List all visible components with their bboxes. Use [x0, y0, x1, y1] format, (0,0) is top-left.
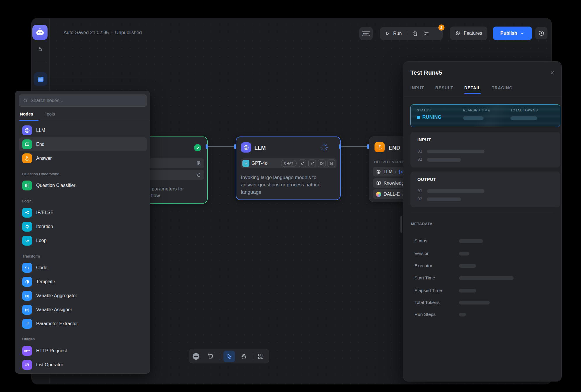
test-run-panel: Test Run#5 INPUT RESULT DETAIL TRACING S…	[403, 61, 562, 382]
start-node-description-line1: parameters for	[152, 186, 184, 192]
panel-resize-handle[interactable]	[400, 216, 402, 233]
answer-icon	[22, 153, 32, 163]
meta-skeleton	[459, 252, 469, 256]
publish-state-text: Unpublished	[115, 30, 142, 35]
node-item-if-else[interactable]: IF/ELSE	[19, 206, 147, 220]
end-node-input-port[interactable]	[367, 144, 369, 149]
http-request-icon: HTTP	[22, 346, 32, 356]
llm-node-output-port[interactable]	[339, 144, 341, 149]
checklist-count-badge: 2	[438, 24, 444, 31]
node-item-label: HTTP Request	[36, 348, 67, 354]
node-item-template[interactable]: Template	[19, 275, 147, 289]
tab-detail[interactable]: DETAIL	[464, 85, 481, 90]
run-panel-tabs: INPUT RESULT DETAIL TRACING	[410, 85, 513, 90]
section-transform: Transform	[22, 254, 40, 258]
node-item-variable-assigner[interactable]: {=} Variable Assigner	[19, 303, 147, 317]
meta-skeleton	[459, 264, 476, 268]
node-item-label: Variable Assigner	[36, 307, 72, 312]
pointer-mode-button[interactable]	[223, 351, 235, 362]
history-icon	[538, 30, 545, 36]
node-item-label: End	[36, 142, 44, 147]
tabs-divider	[403, 97, 561, 97]
llm-node-input-port[interactable]	[234, 144, 236, 149]
template-icon	[22, 277, 32, 287]
chevron-down-icon	[520, 31, 524, 36]
video-capability-badge	[318, 160, 326, 167]
close-icon	[550, 70, 555, 76]
output-row-index: 02	[417, 197, 422, 201]
variable-aggregator-icon: {x}	[22, 291, 32, 301]
node-item-list-operator[interactable]: List Operator	[19, 358, 147, 372]
search-input[interactable]	[31, 98, 143, 103]
node-item-llm[interactable]: LLM	[19, 123, 147, 137]
elapsed-time-skeleton	[463, 116, 484, 120]
output-card-title: OUTPUT	[417, 177, 436, 182]
code-icon	[22, 263, 32, 273]
end-node-title: END	[388, 145, 400, 151]
features-button[interactable]: Features	[450, 27, 487, 40]
env-button[interactable]: ENV	[359, 27, 373, 40]
run-history-button[interactable]	[412, 31, 418, 37]
node-item-question-classifier[interactable]: Question Classifier	[19, 178, 147, 192]
section-utilities: Utilities	[22, 337, 35, 341]
meta-skeleton	[459, 313, 466, 316]
output-row-skeleton	[427, 189, 484, 193]
close-panel-button[interactable]	[549, 69, 556, 77]
version-history-button[interactable]	[535, 27, 547, 39]
hand-mode-button[interactable]	[240, 353, 248, 360]
hand-icon	[240, 353, 247, 360]
node-item-parameter-extractor[interactable]: Parameter Extractor	[19, 317, 147, 331]
meta-label-run-steps: Run Steps	[414, 312, 435, 317]
llm-node-icon	[241, 142, 251, 153]
edge-start-to-llm	[208, 146, 236, 147]
node-item-iteration[interactable]: Iteration	[19, 220, 147, 234]
llm-node[interactable]: LLM GPT-4o	[236, 136, 341, 200]
app-logo-robot-icon[interactable]	[32, 25, 48, 40]
node-search-panel: Nodes Tools LLM End Answer Question Unde…	[15, 91, 150, 374]
copy-icon	[196, 172, 201, 177]
workflow-settings-button[interactable]	[37, 46, 44, 54]
tab-tracing[interactable]: TRACING	[492, 85, 512, 90]
llm-node-description: Invoking large language models to answer…	[241, 174, 338, 196]
node-item-label: Iteration	[36, 224, 53, 229]
output-card: OUTPUT 01 02	[410, 172, 560, 207]
node-item-answer[interactable]: Answer	[19, 151, 147, 165]
node-item-label: Template	[36, 279, 55, 284]
node-item-label: Parameter Extractor	[36, 321, 78, 326]
run-button[interactable]: Run	[393, 31, 402, 36]
preview-window-button[interactable]	[34, 72, 47, 86]
organize-nodes-button[interactable]	[257, 353, 265, 360]
node-item-code[interactable]: Code	[19, 261, 147, 275]
form-icon	[196, 161, 201, 166]
add-note-button[interactable]	[207, 353, 214, 360]
llm-node-title: LLM	[254, 145, 266, 151]
add-node-button[interactable]	[192, 353, 200, 360]
start-node-output-port[interactable]	[206, 144, 208, 149]
features-icon	[455, 30, 461, 36]
node-item-http-request[interactable]: HTTP HTTP Request	[19, 344, 147, 358]
openai-icon	[242, 160, 249, 167]
tab-result[interactable]: RESULT	[435, 85, 454, 90]
meta-skeleton	[459, 276, 514, 280]
checklist-button[interactable]	[423, 31, 429, 37]
panel-title: Test Run#5	[410, 69, 442, 76]
tab-input[interactable]: INPUT	[410, 85, 424, 90]
tab-tools[interactable]: Tools	[45, 111, 55, 116]
chat-mode-badge: CHAT	[281, 160, 297, 167]
input-row-skeleton	[427, 150, 484, 153]
output-row-skeleton	[427, 197, 461, 201]
tab-nodes[interactable]: Nodes	[20, 111, 33, 116]
node-item-end[interactable]: End	[19, 137, 147, 151]
llm-model-selector[interactable]: GPT-4o CHAT	[241, 158, 337, 168]
total-tokens-label: TOTAL TOKENS	[510, 108, 538, 112]
success-check-icon	[194, 144, 201, 151]
input-row-index: 02	[417, 157, 422, 162]
publish-button[interactable]: Publish	[493, 27, 532, 40]
node-item-variable-aggregator[interactable]: {x} Variable Aggregator	[19, 289, 147, 303]
input-row-index: 01	[417, 149, 422, 153]
toolbar-divider	[253, 353, 253, 360]
meta-label-elapsed-time: Elapsed Time	[414, 288, 442, 293]
variable-assigner-icon: {=}	[22, 305, 32, 315]
running-status-dot	[417, 116, 420, 119]
node-item-loop[interactable]: ∞ Loop	[19, 234, 147, 248]
